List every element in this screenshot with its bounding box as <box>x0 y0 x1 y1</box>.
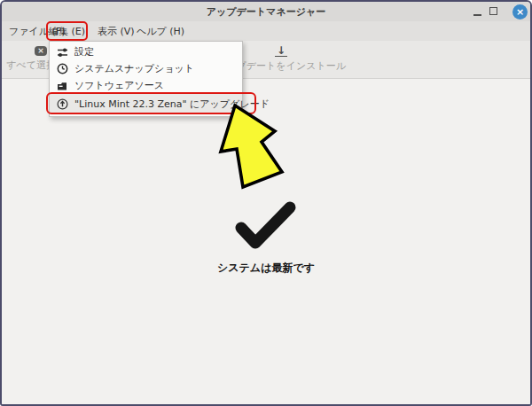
close-icon: × <box>516 7 524 17</box>
clear-icon: × <box>35 46 47 56</box>
annotation-box-edit-menu: 編集 (E) <box>46 21 88 41</box>
software-sources-icon <box>56 80 68 92</box>
menu-item-settings[interactable]: 設定 <box>50 43 242 60</box>
update-manager-window: アップデートマネージャー × ファイル (F) 表示 (V) ヘルプ (H) ×… <box>0 0 532 406</box>
settings-sliders-icon <box>56 46 68 59</box>
close-button[interactable]: × <box>512 4 528 20</box>
menu-edit[interactable]: 編集 (E) <box>48 25 86 38</box>
menu-item-system-snapshot-label: システムスナップショット <box>74 62 194 75</box>
menu-item-settings-label: 設定 <box>74 45 94 59</box>
minimize-button[interactable] <box>473 14 481 16</box>
status-message: システムは最新です <box>2 261 530 276</box>
titlebar[interactable]: アップデートマネージャー × <box>2 2 530 21</box>
menu-view[interactable]: 表示 (V) <box>98 25 135 38</box>
snapshot-clock-icon <box>56 63 68 75</box>
maximize-button[interactable] <box>489 7 497 15</box>
install-download-icon: ↓ <box>275 46 287 57</box>
window-title: アップデートマネージャー <box>2 5 530 19</box>
menu-help[interactable]: ヘルプ (H) <box>137 25 184 38</box>
menu-item-software-sources-label: ソフトウェアソース <box>74 79 164 92</box>
yellow-arrow-annotation <box>215 98 294 197</box>
menu-item-system-snapshot[interactable]: システムスナップショット <box>50 60 242 77</box>
checkmark-icon <box>223 195 312 257</box>
